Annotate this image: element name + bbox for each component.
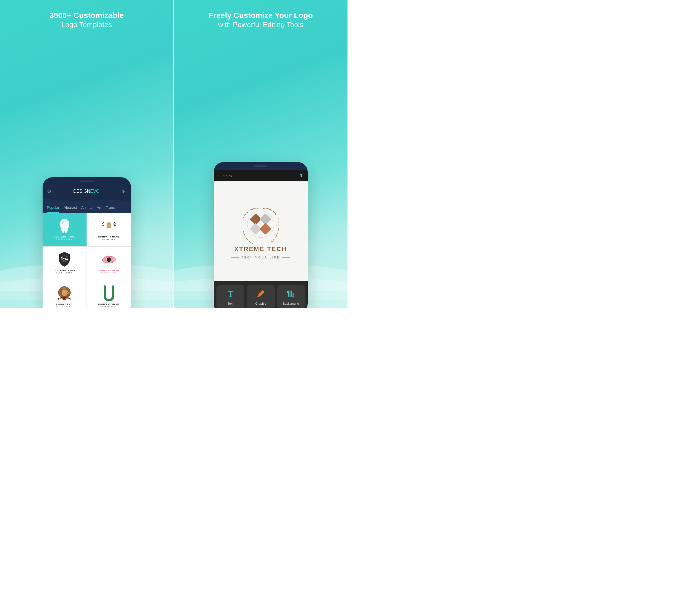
logo-5-name: LOGO NAME (56, 303, 72, 305)
back-icon[interactable]: ‹ (218, 173, 220, 179)
brand-name: XTREME TECH (234, 246, 287, 253)
svg-point-13 (104, 285, 106, 287)
svg-text:LOGO NAME: LOGO NAME (60, 298, 70, 299)
logo-2-name: COMPANY NAME (98, 236, 120, 238)
logo-2-slogan: Slogan Here (102, 238, 116, 240)
logo-3-slogan: SLOGAN HERE (56, 272, 72, 274)
left-phone-container: ⚙ DESIGNEVO 🛍 Popular Abstract Animal Ar… (0, 177, 173, 308)
logo-3-name: COMPANY NAME (54, 269, 75, 272)
logo-1-name: COMPANY NAME (54, 236, 75, 238)
background-tool-label: Background (283, 302, 299, 305)
cat-abstract[interactable]: Abstract (64, 203, 77, 213)
phone-speaker (80, 181, 94, 182)
text-tool-icon: T (226, 289, 235, 300)
logo-cell-2[interactable]: COMPANY NAME Slogan Here (87, 213, 131, 246)
graphic-tool[interactable]: Graphic (247, 285, 274, 308)
wave-svg (43, 198, 131, 203)
export-icon[interactable]: ⬆ (299, 172, 303, 179)
tagline-line-left (231, 257, 239, 258)
xtreme-badge (243, 206, 279, 242)
svg-rect-4 (61, 257, 63, 258)
logo-5-slogan: SLOGAN HERE (56, 306, 72, 307)
app-logo: DESIGNEVO (73, 189, 100, 194)
tooth-icon (56, 217, 73, 234)
logo-grid: COMPANY NAME SLOGAN HERE (43, 213, 131, 308)
cat-art[interactable]: Art (97, 203, 101, 213)
svg-point-7 (107, 258, 110, 261)
redo-icon[interactable]: ↪ (229, 173, 233, 178)
header-wave (43, 198, 131, 203)
eye-icon (101, 251, 117, 268)
undo-icon[interactable]: ↩ (223, 173, 227, 178)
svg-point-8 (109, 259, 110, 259)
left-panel-title: 3500+ Customizable Logo Templates (41, 11, 132, 29)
logo-design-text: DESIGN (73, 189, 90, 194)
right-panel: Freely Customize Your Logo with Powerful… (174, 0, 348, 308)
left-panel: 3500+ Customizable Logo Templates ⚙ DESI… (0, 0, 173, 308)
logo-cell-3[interactable]: COMPANY NAME SLOGAN HERE (43, 247, 86, 280)
tagline-text: TECH YOUR LIFE (242, 256, 280, 259)
background-tool[interactable]: Background (277, 285, 305, 308)
editor-canvas: XTREME TECH TECH YOUR LIFE (214, 181, 308, 281)
logo-4-slogan: SLOGAN HERE (101, 272, 117, 274)
x-graphic (250, 213, 272, 235)
toolbar-nav-left: ‹ ↩ ↪ (218, 173, 233, 179)
svg-point-0 (62, 221, 64, 224)
logo-6-name: COMPANY NAME (98, 303, 120, 305)
shield-dumbbell-icon (56, 251, 73, 268)
left-title-light: Logo Templates (50, 20, 123, 29)
right-title-light: with Powerful Editing Tools (208, 20, 313, 29)
right-phone-container: ‹ ↩ ↪ ⬆ (174, 162, 348, 308)
right-phone-mockup: ‹ ↩ ↪ ⬆ (214, 162, 308, 308)
logo-cell-6[interactable]: COMPANY NAME SLOGAN HERE (87, 280, 131, 308)
book-laurel-icon (101, 217, 117, 234)
cat-popular[interactable]: Popular (47, 203, 60, 213)
right-phone-speaker (254, 165, 268, 167)
shop-icon[interactable]: 🛍 (121, 188, 126, 194)
right-phone-top-bar (214, 162, 308, 170)
settings-icon[interactable]: ⚙ (47, 188, 51, 194)
logo-cell-4[interactable]: COMPANY NAME SLOGAN HERE (87, 247, 131, 280)
svg-text:SLOGAN HERE: SLOGAN HERE (61, 287, 69, 288)
phone-top-bar (43, 177, 131, 185)
tagline-line-right (282, 257, 290, 258)
text-tool-label: Text (228, 302, 233, 305)
right-title-bold: Freely Customize Your Logo (208, 11, 313, 20)
svg-rect-5 (67, 259, 68, 261)
svg-point-25 (292, 295, 294, 298)
left-title-bold: 3500+ Customizable (50, 11, 123, 20)
logo-cell-5[interactable]: LOGO NAME SLOGAN HERE LOGO NAME SLOGAN H… (43, 280, 86, 308)
coffee-badge-icon: LOGO NAME SLOGAN HERE (56, 285, 73, 301)
right-panel-title: Freely Customize Your Logo with Powerful… (200, 11, 321, 29)
cat-trans[interactable]: Trans (106, 203, 115, 213)
background-tool-icon (286, 289, 295, 300)
svg-point-14 (112, 285, 114, 287)
cat-animal[interactable]: Animal (81, 203, 92, 213)
logo-evo-text: EVO (90, 189, 100, 194)
editor-toolbar: ‹ ↩ ↪ ⬆ (214, 170, 308, 181)
svg-text:T: T (227, 289, 233, 299)
editor-tools: T Text (214, 281, 308, 308)
letter-u-icon (101, 285, 117, 301)
xtreme-logo: XTREME TECH TECH YOUR LIFE (231, 206, 291, 259)
app-header: ⚙ DESIGNEVO 🛍 (43, 185, 131, 198)
text-tool[interactable]: T Text (217, 285, 244, 308)
left-phone-mockup: ⚙ DESIGNEVO 🛍 Popular Abstract Animal Ar… (43, 177, 131, 308)
logo-cell-1[interactable]: COMPANY NAME SLOGAN HERE (43, 213, 86, 246)
graphic-tool-icon (256, 289, 266, 300)
svg-rect-19 (259, 223, 271, 234)
logo-1-slogan: SLOGAN HERE (56, 238, 72, 240)
graphic-tool-label: Graphic (255, 302, 266, 305)
logo-6-slogan: SLOGAN HERE (101, 306, 117, 307)
logo-4-name: COMPANY NAME (98, 269, 120, 272)
category-nav: Popular Abstract Animal Art Trans (43, 203, 131, 213)
brand-tagline: TECH YOUR LIFE (231, 256, 291, 259)
